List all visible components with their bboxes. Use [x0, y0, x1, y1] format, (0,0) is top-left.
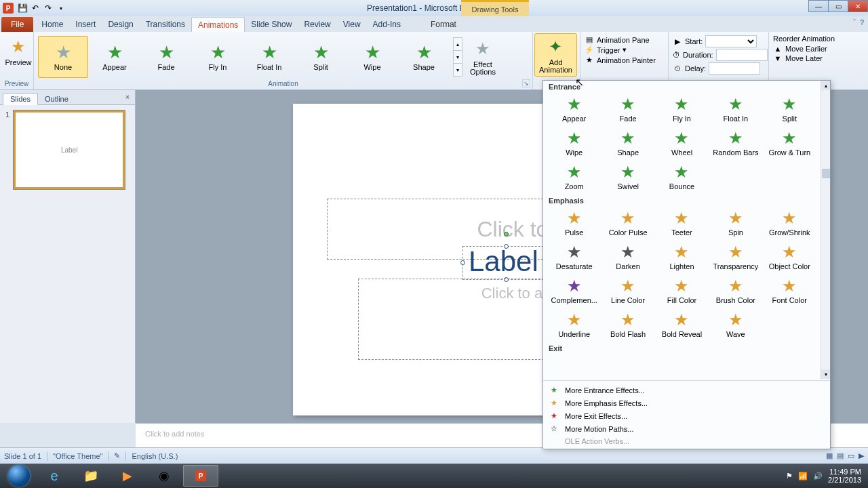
view-normal-icon[interactable]: ▦: [826, 451, 833, 460]
emphasis-darken[interactable]: ★Darken: [601, 241, 654, 274]
panel-close-icon[interactable]: ×: [123, 92, 132, 102]
slides-tab[interactable]: Slides: [3, 93, 38, 105]
emphasis-spin[interactable]: ★Spin: [709, 207, 762, 241]
undo-icon[interactable]: ↶: [29, 2, 41, 14]
emphasis-brush-color[interactable]: ★Brush Color: [709, 274, 762, 308]
maximize-button[interactable]: ▭: [828, 0, 848, 12]
close-button[interactable]: ✕: [848, 0, 868, 12]
tab-transitions[interactable]: Transitions: [140, 17, 191, 32]
handle-top[interactable]: [504, 244, 509, 249]
taskbar-ie[interactable]: e: [37, 465, 72, 487]
add-animation-button[interactable]: ✦Add Animation: [534, 33, 577, 77]
gallery-item-shape[interactable]: ★Shape: [399, 36, 449, 78]
help-icon[interactable]: ?: [860, 18, 864, 26]
view-reading-icon[interactable]: ▭: [848, 451, 854, 460]
trigger-button[interactable]: ⚡Trigger ▾: [585, 45, 664, 55]
gallery-item-wipe[interactable]: ★Wipe: [347, 36, 397, 78]
start-button[interactable]: [3, 465, 35, 487]
gallery-item-appear[interactable]: ★Appear: [90, 36, 140, 78]
selected-textbox[interactable]: Label: [462, 246, 551, 280]
handle-left[interactable]: [460, 260, 465, 265]
taskbar-explorer[interactable]: 📁: [73, 465, 108, 487]
entrance-appear[interactable]: ★Appear: [547, 93, 601, 127]
tab-addins[interactable]: Add-Ins: [367, 17, 407, 32]
scroll-thumb[interactable]: [822, 169, 830, 178]
entrance-wipe[interactable]: ★Wipe: [547, 127, 601, 161]
entrance-zoom[interactable]: ★Zoom: [547, 161, 601, 195]
tab-design[interactable]: Design: [102, 17, 139, 32]
view-sorter-icon[interactable]: ▤: [837, 451, 844, 460]
animation-pane-button[interactable]: ▤Animation Pane: [585, 35, 664, 45]
entrance-shape[interactable]: ★Shape: [601, 127, 654, 161]
emphasis-line-color[interactable]: ★Line Color: [601, 274, 654, 308]
tray-network-icon[interactable]: 📶: [798, 472, 808, 481]
tab-view[interactable]: View: [337, 17, 367, 32]
entrance-fade[interactable]: ★Fade: [601, 93, 654, 127]
gallery-item-float-in[interactable]: ★Float In: [244, 36, 294, 78]
file-tab[interactable]: File: [1, 17, 33, 32]
entrance-fly-in[interactable]: ★Fly In: [655, 93, 709, 127]
dropdown-scrollbar[interactable]: ▴ ▾: [821, 81, 830, 379]
emphasis-fill-color[interactable]: ★Fill Color: [655, 274, 709, 308]
save-icon[interactable]: 💾: [16, 2, 28, 14]
emphasis-pulse[interactable]: ★Pulse: [547, 207, 601, 241]
emphasis-wave[interactable]: ★Wave: [709, 308, 762, 342]
more-emphasis-item[interactable]: ★More Emphasis Effects...: [543, 396, 830, 409]
gallery-item-none[interactable]: ★None: [38, 36, 88, 78]
move-later-button[interactable]: ▼Move Later: [773, 54, 853, 63]
ole-verbs-item[interactable]: OLE Action Verbs...: [543, 435, 830, 447]
status-language[interactable]: English (U.S.): [132, 452, 178, 460]
animation-painter-button[interactable]: ★Animation Painter: [585, 55, 664, 65]
spellcheck-icon[interactable]: ✎: [114, 451, 120, 460]
tab-insert[interactable]: Insert: [69, 17, 102, 32]
entrance-float-in[interactable]: ★Float In: [709, 93, 762, 127]
entrance-grow-turn[interactable]: ★Grow & Turn: [763, 127, 816, 161]
start-select[interactable]: [705, 35, 757, 47]
scroll-down-icon[interactable]: ▾: [821, 369, 830, 379]
entrance-random-bars[interactable]: ★Random Bars: [709, 127, 762, 161]
animation-dialog-launcher[interactable]: ↘: [522, 79, 530, 87]
more-exit-item[interactable]: ★More Exit Effects...: [543, 409, 830, 422]
duration-input[interactable]: [716, 49, 768, 61]
entrance-wheel[interactable]: ★Wheel: [655, 127, 709, 161]
delay-input[interactable]: [709, 62, 760, 75]
redo-icon[interactable]: ↷: [42, 2, 54, 14]
entrance-bounce[interactable]: ★Bounce: [655, 161, 709, 195]
outline-tab[interactable]: Outline: [38, 94, 75, 104]
preview-button[interactable]: ★Preview: [4, 33, 33, 69]
scroll-up-icon[interactable]: ▴: [821, 81, 830, 90]
taskbar-powerpoint[interactable]: P: [183, 465, 218, 487]
tray-flag-icon[interactable]: ⚑: [786, 472, 793, 481]
gallery-scroll[interactable]: ▴▾▾: [453, 37, 462, 76]
entrance-split[interactable]: ★Split: [763, 93, 816, 127]
more-entrance-item[interactable]: ★More Entrance Effects...: [543, 384, 830, 396]
effect-options-button[interactable]: ★Effect Options: [465, 35, 500, 79]
move-earlier-button[interactable]: ▲Move Earlier: [773, 44, 853, 54]
emphasis-color-pulse[interactable]: ★Color Pulse: [601, 207, 654, 241]
emphasis-teeter[interactable]: ★Teeter: [655, 207, 709, 241]
tab-review[interactable]: Review: [298, 17, 336, 32]
minimize-ribbon-icon[interactable]: ˇ: [853, 18, 856, 26]
emphasis-transparency[interactable]: ★Transparency: [709, 241, 762, 274]
gallery-item-split[interactable]: ★Split: [296, 36, 346, 78]
emphasis-desaturate[interactable]: ★Desaturate: [547, 241, 601, 274]
gallery-item-fly-in[interactable]: ★Fly In: [193, 36, 243, 78]
view-slideshow-icon[interactable]: ▶: [859, 451, 864, 460]
emphasis-font-color[interactable]: ★Font Color: [763, 274, 816, 308]
entrance-swivel[interactable]: ★Swivel: [601, 161, 654, 195]
tab-animations[interactable]: Animations: [191, 17, 245, 32]
emphasis-underline[interactable]: ★Underline: [547, 308, 601, 342]
rotate-handle[interactable]: [504, 232, 509, 237]
taskbar-media[interactable]: ▶: [110, 465, 145, 487]
gallery-item-fade[interactable]: ★Fade: [141, 36, 191, 78]
emphasis-complemen-[interactable]: ★Complemen...: [547, 274, 601, 308]
tab-format[interactable]: Format: [425, 17, 462, 32]
slide-thumbnail[interactable]: Label: [14, 110, 125, 189]
emphasis-bold-reveal[interactable]: ★Bold Reveal: [655, 308, 709, 342]
tray-volume-icon[interactable]: 🔊: [813, 472, 823, 481]
taskbar-chrome[interactable]: ◉: [146, 465, 182, 487]
animation-gallery[interactable]: ★None★Appear★Fade★Fly In★Float In★Split★…: [38, 36, 449, 78]
qat-dropdown-icon[interactable]: ▾: [55, 2, 67, 14]
more-motion-item[interactable]: ☆More Motion Paths...: [543, 422, 830, 435]
tray-clock[interactable]: 11:49 PM2/21/2013: [828, 468, 861, 484]
